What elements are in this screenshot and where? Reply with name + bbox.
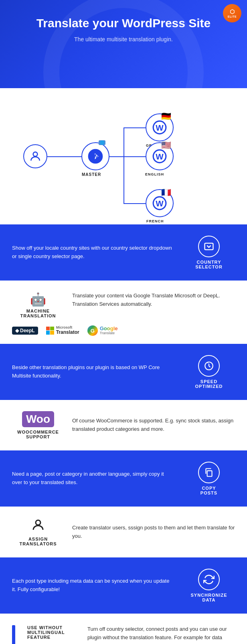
- speed-optimized-icon: [198, 355, 220, 377]
- master-wp: W: [81, 142, 109, 170]
- line-master-v: [109, 156, 124, 157]
- copy-posts-label: COPYPOSTS: [183, 486, 235, 495]
- use-without-icon-block: USE WITHOUTMULTILINGUALFEATURE: [23, 625, 79, 640]
- blue-accent-bar: [12, 625, 15, 644]
- deepl-logo: ◆ DeepL: [12, 327, 38, 335]
- copy-posts-icon: [198, 462, 220, 483]
- speed-optimized-label: SPEEDOPTIMIZED: [183, 379, 235, 389]
- country-selector-text: Show off your locale country sites with …: [12, 244, 175, 261]
- assign-icon: [12, 518, 64, 535]
- woo-label: WOOCOMMERCESUPPORT: [12, 430, 64, 439]
- elite-badge: ⬡ ELITE: [223, 4, 241, 22]
- line-to-french: [124, 203, 148, 204]
- synchronize-label: SYNCHRONIZEDATA: [183, 593, 235, 602]
- assign-label: ASSIGNTRANSLATORS: [12, 537, 64, 546]
- use-without-description: Turn off country selector, connect posts…: [87, 625, 235, 644]
- french-label: FRENCH: [146, 219, 164, 223]
- speed-optimized-icon-block: SPEEDOPTIMIZED: [183, 355, 235, 389]
- country-selector-section: Show off your locale country sites with …: [0, 224, 247, 281]
- machine-translation-section: 🤖 MACHINETRANSLATION Translate your cont…: [0, 281, 247, 344]
- copy-posts-text: Need a page, post or category in another…: [12, 470, 175, 487]
- svg-point-0: [33, 152, 38, 156]
- use-without-label: USE WITHOUTMULTILINGUALFEATURE: [27, 625, 79, 640]
- woo-logo: Woo: [22, 411, 54, 427]
- svg-text:W: W: [156, 123, 164, 132]
- english-flag: 🇺🇸: [161, 140, 171, 150]
- mt-label: MACHINETRANSLATION: [12, 309, 64, 318]
- synchronize-icon: [198, 569, 220, 590]
- woocommerce-section: Woo WOOCOMMERCESUPPORT Of course WooComm…: [0, 400, 247, 450]
- badge-label: ELITE: [228, 15, 237, 18]
- line-to-german: [124, 127, 148, 128]
- assign-description: Create translator users, sssign posts to…: [72, 524, 235, 541]
- woo-icon-block: Woo WOOCOMMERCESUPPORT: [12, 411, 64, 439]
- hero-section: ⬡ ELITE Translate your WordPress Site Th…: [0, 0, 247, 88]
- speed-optimized-text: Beside other translation plugins our plu…: [12, 363, 175, 380]
- multisite-diagram: W 🌐 MASTER W 🇩🇪 GERMAN W: [11, 100, 236, 216]
- speed-optimized-section: Beside other translation plugins our plu…: [0, 344, 247, 400]
- french-flag: 🇫🇷: [161, 188, 171, 197]
- master-badge: 🌐: [99, 140, 105, 145]
- mt-icon-block: 🤖 MACHINETRANSLATION: [12, 292, 64, 318]
- synchronize-icon-block: SYNCHRONIZEDATA: [183, 569, 235, 602]
- assign-icon-block: ASSIGNTRANSLATORS: [12, 518, 64, 546]
- line-to-english: [124, 156, 148, 157]
- woo-description: Of course WooCommerce is supported. E.g.…: [72, 417, 235, 434]
- mt-description: Translate your content via Google Transl…: [72, 292, 235, 309]
- copy-posts-section: Need a page, post or category in another…: [0, 450, 247, 507]
- synchronize-section: Each post type including meta data can b…: [0, 557, 247, 614]
- svg-text:W: W: [156, 199, 164, 208]
- v-line: [124, 127, 124, 204]
- line-user-master: [47, 156, 83, 157]
- country-selector-label: COUNTRYSELECTOR: [183, 260, 235, 269]
- svg-text:W: W: [92, 153, 99, 161]
- diagram-section: W 🌐 MASTER W 🇩🇪 GERMAN W: [0, 88, 247, 224]
- user-icon: [23, 144, 47, 168]
- master-label: MASTER: [82, 172, 101, 177]
- svg-text:W: W: [156, 152, 164, 161]
- google-translate-logo: G Google Translate: [87, 325, 118, 336]
- badge-icon: ⬡: [230, 8, 235, 15]
- german-flag: 🇩🇪: [161, 111, 171, 121]
- hero-subtitle: The ultimate multisite translation plugi…: [8, 35, 239, 44]
- synchronize-text: Each post type including meta data can b…: [12, 577, 175, 594]
- svg-rect-9: [205, 243, 213, 250]
- assign-translators-section: ASSIGNTRANSLATORS Create translator user…: [0, 507, 247, 557]
- svg-rect-11: [207, 471, 212, 476]
- mt-logos: ◆ DeepL Microsoft Translator G Google Tr…: [12, 325, 235, 336]
- mt-top: 🤖 MACHINETRANSLATION Translate your cont…: [12, 292, 235, 318]
- country-selector-icon: [198, 236, 220, 257]
- robot-icon: 🤖: [12, 292, 64, 307]
- country-selector-icon-block: COUNTRYSELECTOR: [183, 236, 235, 269]
- use-without-section: USE WITHOUTMULTILINGUALFEATURE Turn off …: [0, 614, 247, 644]
- hero-title: Translate your WordPress Site: [8, 16, 239, 30]
- english-label: ENGLISH: [145, 172, 164, 176]
- microsoft-translator-logo: Microsoft Translator: [46, 326, 79, 335]
- svg-point-12: [36, 520, 40, 525]
- copy-posts-icon-block: COPYPOSTS: [183, 462, 235, 495]
